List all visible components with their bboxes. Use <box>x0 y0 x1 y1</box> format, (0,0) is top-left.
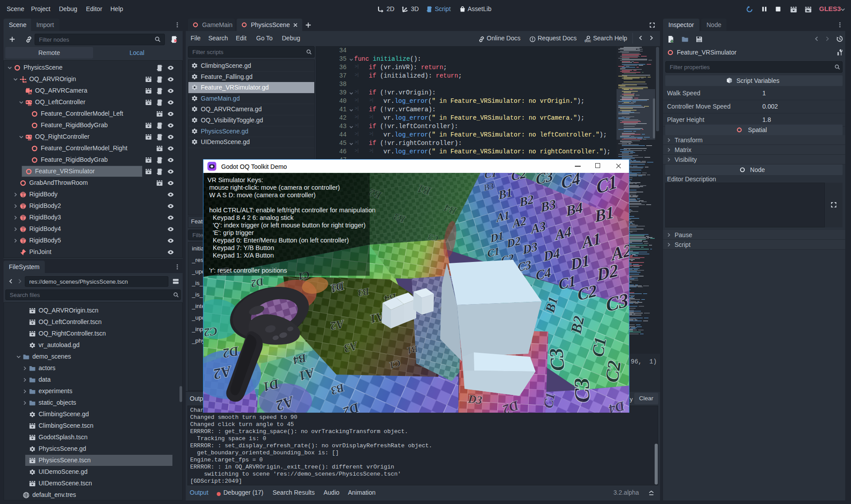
svg-text:D3: D3 <box>467 392 483 406</box>
svg-text:C1: C1 <box>540 391 558 409</box>
svg-text:C1: C1 <box>588 336 610 358</box>
svg-text:C2: C2 <box>601 359 625 384</box>
svg-text:C3: C3 <box>545 348 569 372</box>
svg-text:C2: C2 <box>203 324 218 339</box>
svg-text:B3: B3 <box>357 286 371 299</box>
svg-text:C3: C3 <box>570 378 594 403</box>
svg-text:A2: A2 <box>329 317 346 332</box>
svg-text:B2: B2 <box>331 281 343 292</box>
svg-text:D2: D2 <box>222 344 241 361</box>
